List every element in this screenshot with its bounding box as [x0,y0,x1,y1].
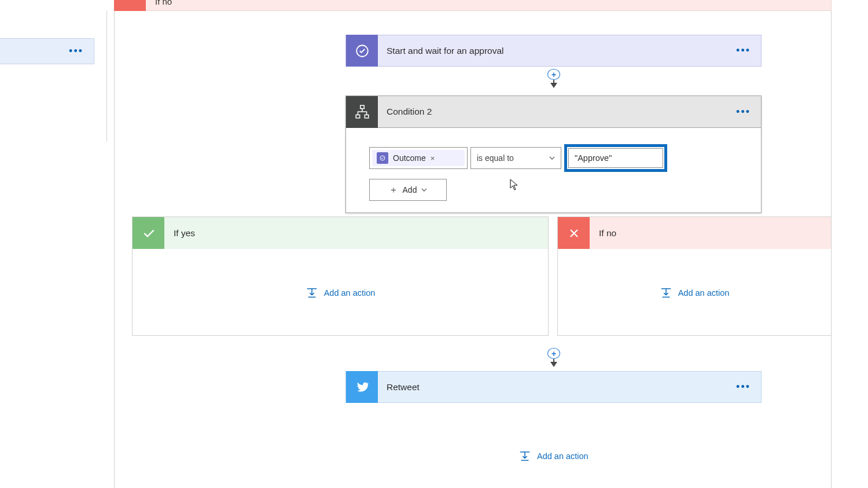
branch-no-header[interactable]: If no [558,217,831,249]
svg-rect-2 [356,115,360,118]
check-icon [133,217,164,249]
arrow-down-icon [550,83,557,88]
previous-branch-no-header: If no [114,0,832,11]
chevron-down-icon [549,155,555,161]
insert-step-button[interactable]: + [545,348,562,367]
add-action-icon [660,287,672,299]
condition-left-operand[interactable]: Outcome × [369,147,468,169]
previous-branch-no-label: If no [155,0,172,6]
twitter-icon [346,371,378,403]
branch-no-label: If no [590,228,616,239]
condition-title: Condition 2 [378,107,736,117]
svg-rect-3 [365,115,369,118]
condition-value-input[interactable]: "Approve" [568,148,663,168]
arrow-down-icon [550,362,557,367]
add-action-icon [306,287,318,299]
branch-yes-label: If yes [164,228,195,239]
retweet-action-card[interactable]: Retweet ••• [345,371,762,403]
chevron-down-icon [421,187,427,193]
approval-more-button[interactable]: ••• [736,45,761,57]
cursor-icon [510,179,519,190]
condition-icon [346,96,378,128]
branch-yes-add-action[interactable]: Add an action [306,287,376,299]
condition-operator-select[interactable]: is equal to [470,147,561,169]
branch-yes-header[interactable]: If yes [133,217,548,249]
token-label: Outcome [393,153,426,163]
flow-canvas: Start and wait for an approval ••• + Con… [114,11,832,488]
condition-value-highlight: "Approve" [564,144,667,172]
retweet-more-button[interactable]: ••• [736,381,761,393]
plus-icon: + [547,69,560,80]
branch-no: If no Add an action [557,217,832,336]
add-label: Add [403,185,417,195]
ellipsis-icon[interactable]: ••• [69,45,83,57]
approval-icon [346,35,378,67]
condition-card: Condition 2 ••• Outcome × is equal to [345,96,762,213]
condition-more-button[interactable]: ••• [736,106,761,118]
left-panel [0,11,107,141]
svg-rect-1 [360,105,364,108]
retweet-title: Retweet [378,382,736,392]
approval-token-icon [377,152,388,164]
branch-no-add-action[interactable]: Add an action [660,287,730,299]
plus-icon: ＋ [389,184,398,196]
approval-action-card[interactable]: Start and wait for an approval ••• [345,35,762,67]
side-action-card[interactable]: ••• [0,38,94,64]
close-icon [558,217,590,249]
plus-icon: + [547,348,560,359]
approval-title: Start and wait for an approval [378,46,736,56]
condition-header[interactable]: Condition 2 ••• [346,96,761,128]
dynamic-token-outcome[interactable]: Outcome × [372,150,465,166]
condition-add-button[interactable]: ＋ Add [369,179,447,201]
close-icon [114,0,146,11]
operator-label: is equal to [477,153,514,163]
insert-step-button[interactable]: + [545,69,562,88]
token-remove-button[interactable]: × [431,154,435,163]
branch-yes: If yes Add an action [132,217,549,336]
bottom-add-action[interactable]: Add an action [518,450,589,463]
add-action-icon [518,450,531,463]
